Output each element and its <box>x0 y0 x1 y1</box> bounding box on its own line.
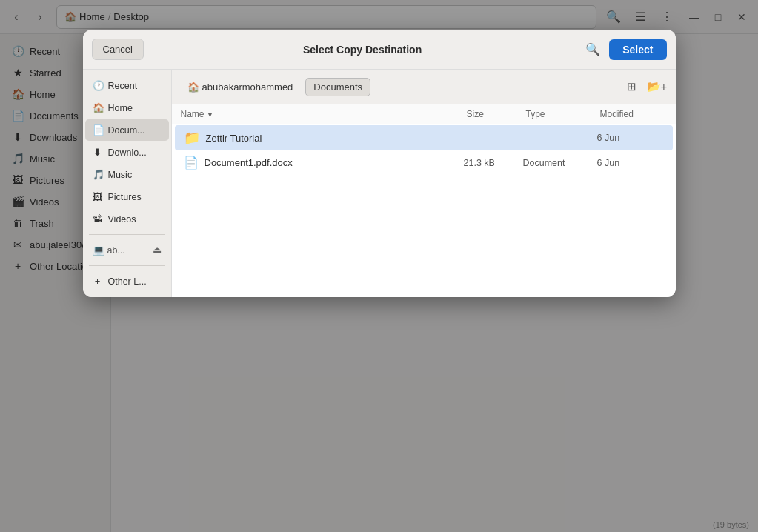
file-list-header: Name ▼ Size Type Modified <box>172 104 676 124</box>
dialog-music-icon: 🎵 <box>93 169 103 180</box>
file-name-document1: 📄 Document1.pdf.docx <box>184 156 464 170</box>
dialog-sidebar-label-music: Music <box>108 170 133 180</box>
header-modified[interactable]: Modified <box>600 109 667 119</box>
dialog-search-button[interactable]: 🔍 <box>581 38 605 61</box>
folder-icon-zettlr: 📁 <box>184 130 200 146</box>
dialog-sidebar-label-other: Other L... <box>108 276 147 287</box>
other-locations-icon: + <box>93 276 103 287</box>
dialog-sidebar-downloads[interactable]: ⬇ Downlo... <box>85 142 169 163</box>
dialog-home-icon: 🏠 <box>93 102 103 113</box>
breadcrumb-home-icon: 🏠 <box>187 82 199 93</box>
dialog-sidebar-home[interactable]: 🏠 Home <box>85 97 169 119</box>
dialog-sidebar: 🕐 Recent 🏠 Home 📄 Docum... ⬇ Downlo... <box>83 70 172 297</box>
dialog-sidebar-pictures[interactable]: 🖼 Pictures <box>85 186 169 207</box>
copy-destination-dialog: Cancel Select Copy Destination 🔍 Select … <box>83 30 676 297</box>
breadcrumb-current-button[interactable]: Documents <box>305 78 370 96</box>
dialog-sidebar-documents[interactable]: 📄 Docum... <box>85 119 169 141</box>
dialog-sidebar-label-videos: Videos <box>108 214 136 225</box>
dialog-videos-icon: 📽 <box>93 213 103 225</box>
dialog-sidebar-recent[interactable]: 🕐 Recent <box>85 75 169 96</box>
grid-icon: ⊞ <box>627 80 636 93</box>
dialog-sidebar-label-home: Home <box>108 103 133 113</box>
main-window: ‹ › 🏠 Home / Desktop 🔍 ☰ ⋮ — □ ✕ 🕐 Recen… <box>0 0 758 532</box>
sort-icon: ▼ <box>207 110 214 119</box>
select-button[interactable]: Select <box>609 39 666 60</box>
eject-icon[interactable]: ⏏ <box>153 245 162 256</box>
dialog-header: Cancel Select Copy Destination 🔍 Select <box>83 30 676 70</box>
dialog-sidebar-device[interactable]: 💻 ab... ⏏ <box>85 239 169 261</box>
file-name-zettlr: 📁 Zettlr Tutorial <box>184 130 464 146</box>
cancel-button[interactable]: Cancel <box>92 39 144 60</box>
dialog-sidebar-music[interactable]: 🎵 Music <box>85 164 169 185</box>
dialog-main: 🏠 abubakarmohammed Documents ⊞ 📂+ <box>172 70 676 297</box>
file-list-body: 📁 Zettlr Tutorial 6 Jun 📄 Document1.pdf.… <box>172 124 676 297</box>
breadcrumb-home-label: abubakarmohammed <box>202 82 293 93</box>
file-size-document1: 21.3 kB <box>464 158 523 168</box>
dialog-sidebar-label-downloads: Downlo... <box>108 147 147 158</box>
breadcrumb-home-button[interactable]: 🏠 abubakarmohammed <box>179 78 302 96</box>
file-label-document1: Document1.pdf.docx <box>205 157 293 168</box>
dialog-title: Select Copy Destination <box>144 44 581 56</box>
file-row-document1[interactable]: 📄 Document1.pdf.docx 21.3 kB Document 6 … <box>175 151 673 174</box>
dialog-recent-icon: 🕐 <box>93 80 103 91</box>
dialog-downloads-icon: ⬇ <box>93 147 103 158</box>
dialog-pictures-icon: 🖼 <box>93 191 103 202</box>
file-modified-zettlr: 6 Jun <box>597 133 664 143</box>
file-type-document1: Document <box>523 158 597 168</box>
dialog-sidebar-label-device: ab... <box>107 245 125 256</box>
device-icon: 💻 <box>93 245 103 256</box>
header-name[interactable]: Name ▼ <box>181 109 467 119</box>
doc-icon-document1: 📄 <box>184 156 199 170</box>
grid-view-button[interactable]: ⊞ <box>621 76 643 98</box>
sidebar-divider <box>89 234 165 235</box>
dialog-sidebar-label-recent: Recent <box>108 81 138 91</box>
dialog-documents-icon: 📄 <box>93 124 103 136</box>
device-left: 💻 ab... <box>93 245 125 256</box>
dialog-sidebar-videos[interactable]: 📽 Videos <box>85 208 169 230</box>
dialog-body: 🕐 Recent 🏠 Home 📄 Docum... ⬇ Downlo... <box>83 70 676 297</box>
sidebar-divider-2 <box>89 265 165 266</box>
dialog-nav-bar: 🏠 abubakarmohammed Documents ⊞ 📂+ <box>172 70 676 104</box>
dialog-overlay: Cancel Select Copy Destination 🔍 Select … <box>0 0 758 532</box>
dialog-nav-actions: ⊞ 📂+ <box>621 76 668 98</box>
file-label-zettlr: Zettlr Tutorial <box>206 133 262 144</box>
header-size[interactable]: Size <box>467 109 526 119</box>
new-folder-icon: 📂+ <box>647 80 668 93</box>
header-type[interactable]: Type <box>526 109 600 119</box>
file-row-zettlr[interactable]: 📁 Zettlr Tutorial 6 Jun <box>175 125 673 150</box>
dialog-sidebar-other-locations[interactable]: + Other L... <box>85 270 169 292</box>
breadcrumb-current-label: Documents <box>313 82 362 93</box>
dialog-sidebar-label-documents: Docum... <box>108 125 145 136</box>
new-folder-button[interactable]: 📂+ <box>646 76 668 98</box>
file-modified-document1: 6 Jun <box>597 158 664 168</box>
dialog-sidebar-label-pictures: Pictures <box>108 192 142 202</box>
search-icon: 🔍 <box>585 42 600 56</box>
